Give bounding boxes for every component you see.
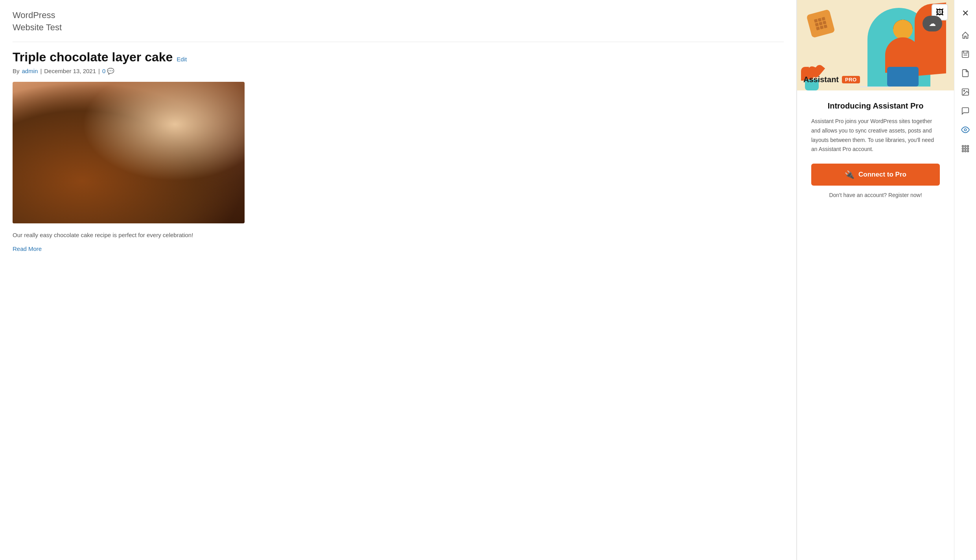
- document-icon-button[interactable]: [957, 64, 974, 82]
- close-panel-button[interactable]: ✕: [957, 5, 974, 22]
- assistant-description: Assistant Pro joins your WordPress sites…: [811, 117, 940, 154]
- svg-point-3: [964, 129, 967, 131]
- cake-illustration: [13, 82, 245, 223]
- svg-point-2: [963, 90, 965, 91]
- post-meta-author[interactable]: admin: [22, 68, 38, 74]
- apps-icon-button[interactable]: [957, 140, 974, 157]
- pro-badge: PRO: [842, 76, 860, 83]
- waffle-icon: [806, 9, 835, 38]
- waffle-grid: [814, 17, 827, 30]
- assistant-illustration: 🖼 ☁ Assistant: [797, 0, 954, 90]
- assistant-content: Introducing Assistant Pro Assistant Pro …: [797, 90, 954, 209]
- person-illustration: [879, 16, 926, 90]
- person-laptop: [887, 67, 919, 87]
- divider: [13, 42, 784, 42]
- post-title-row: Triple chocolate layer cake Edit: [13, 50, 784, 64]
- comment-icon-button[interactable]: [957, 102, 974, 120]
- svg-rect-10: [962, 151, 963, 152]
- svg-rect-6: [967, 146, 969, 147]
- post-meta: By admin | December 13, 2021 | 0 💬: [13, 68, 784, 75]
- svg-rect-9: [967, 148, 969, 149]
- svg-rect-7: [962, 148, 963, 149]
- site-title-line2: Website Test: [13, 22, 784, 34]
- connect-button-label: Connect to Pro: [858, 171, 906, 179]
- svg-rect-8: [965, 148, 966, 149]
- comment-bubble-icon: 💬: [107, 68, 114, 75]
- image-icon-button[interactable]: [957, 83, 974, 101]
- assistant-panel: 🖼 ☁ Assistant: [797, 0, 954, 560]
- save-icon-button[interactable]: [957, 46, 974, 63]
- main-content: WordPress Website Test Triple chocolate …: [0, 0, 797, 560]
- assistant-logo-text: Assistant: [803, 75, 839, 84]
- person-head: [893, 20, 913, 39]
- home-icon-button[interactable]: [957, 27, 974, 44]
- site-title-block: WordPress Website Test: [13, 9, 784, 34]
- eye-icon-button[interactable]: [957, 121, 974, 138]
- post-comment-count: 0: [102, 68, 105, 74]
- assistant-logo-row: Assistant PRO: [803, 75, 860, 84]
- post-excerpt: Our really easy chocolate cake recipe is…: [13, 230, 784, 240]
- plug-icon: 🔌: [845, 170, 854, 179]
- svg-rect-0: [962, 51, 969, 58]
- post-meta-date: December 13, 2021: [44, 68, 96, 74]
- svg-rect-4: [962, 146, 963, 147]
- post-meta-comments[interactable]: 0 💬: [102, 68, 114, 75]
- post-meta-sep2: |: [98, 68, 100, 74]
- read-more-link[interactable]: Read More: [13, 245, 42, 252]
- post-title: Triple chocolate layer cake: [13, 50, 173, 64]
- post-featured-image: [13, 82, 245, 223]
- connect-to-pro-button[interactable]: 🔌 Connect to Pro: [811, 164, 940, 186]
- assistant-heading: Introducing Assistant Pro: [828, 101, 924, 111]
- right-panel: 🖼 ☁ Assistant: [797, 0, 954, 560]
- post-edit-link[interactable]: Edit: [177, 56, 187, 63]
- site-title-line1: WordPress: [13, 9, 784, 22]
- post-meta-sep1: |: [40, 68, 42, 74]
- svg-rect-11: [965, 151, 966, 152]
- svg-rect-12: [967, 151, 969, 152]
- post-meta-by: By: [13, 68, 20, 74]
- sidebar-icons: ✕: [954, 0, 976, 560]
- svg-rect-5: [965, 146, 966, 147]
- register-text: Don't have an account? Register now!: [829, 192, 922, 198]
